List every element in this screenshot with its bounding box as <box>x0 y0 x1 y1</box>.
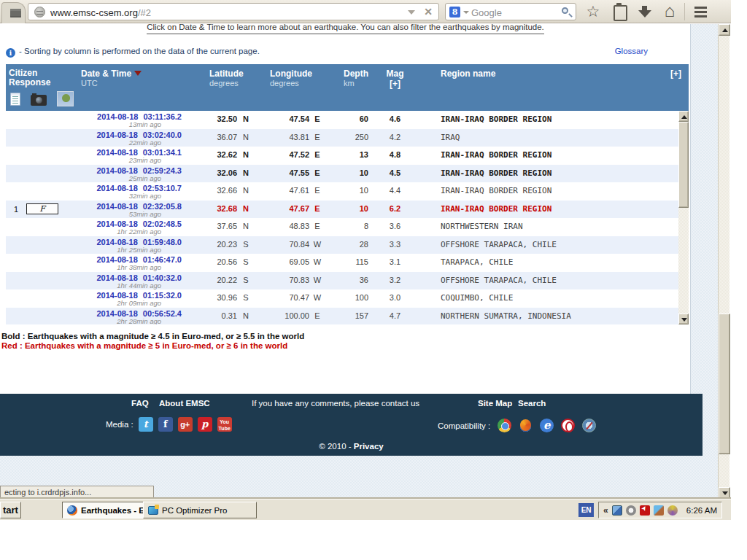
earthquake-row: 2014-08-1800:56:52.4 2hr 28min ago 0.31N… <box>6 308 678 325</box>
url-text[interactable]: www.emsc-csem.org/#2 <box>50 7 151 18</box>
ie-icon[interactable]: e <box>540 419 554 432</box>
cell-longitude: 70.84W <box>261 236 330 254</box>
footer-sitemap-link[interactable]: Site Map <box>478 399 512 408</box>
date-link[interactable]: 2014-08-1802:59:24.3 <box>75 165 182 175</box>
date-link[interactable]: 2014-08-1801:59:48.0 <box>75 236 182 246</box>
facebook-icon[interactable]: f <box>158 417 173 432</box>
felt-button[interactable]: F <box>26 203 58 214</box>
cell-region: NORTHERN SUMATRA, INDONESIA <box>416 308 678 325</box>
downloads-icon[interactable] <box>633 1 655 22</box>
start-button[interactable]: tart <box>0 502 21 518</box>
lat-hemisphere: S <box>237 293 255 308</box>
bookmarks-menu-icon[interactable] <box>608 1 630 22</box>
cell-region: IRAQ <box>416 129 678 147</box>
scroll-up-icon[interactable] <box>678 111 689 122</box>
mag-filter-link[interactable]: [+] <box>374 79 416 89</box>
site-identity-globe-icon[interactable] <box>34 7 45 18</box>
cell-latitude: 0.31N <box>185 308 261 325</box>
language-indicator[interactable]: EN <box>578 503 594 517</box>
search-icon[interactable] <box>562 7 568 14</box>
url-suffix: /#2 <box>138 7 151 18</box>
stop-icon[interactable]: ✕ <box>424 6 433 18</box>
media-tray-icon[interactable] <box>654 505 664 516</box>
photos-icon[interactable] <box>31 95 47 106</box>
taskbar-clock[interactable]: 6:26 AM <box>686 506 717 515</box>
menu-hamburger-icon[interactable] <box>689 1 711 22</box>
table-scrollbar-thumb[interactable] <box>678 122 689 208</box>
header-expand-link[interactable]: [+] <box>655 64 689 111</box>
opera-icon[interactable] <box>561 419 575 432</box>
safari-icon[interactable] <box>582 419 596 432</box>
date-link[interactable]: 2014-08-1802:02:48.5 <box>75 218 182 228</box>
taskbar-pcoptimizer-button[interactable]: PC Optimizer Pro <box>143 502 257 518</box>
date-link[interactable]: 2014-08-1803:11:36.2 <box>75 111 182 121</box>
header-latitude[interactable]: Latitude degrees <box>185 64 261 111</box>
lat-value: 32.66 <box>185 186 237 201</box>
cell-citizen <box>6 308 75 325</box>
header-magnitude[interactable]: Mag [+] <box>374 64 416 111</box>
shield-tray-icon[interactable] <box>626 505 636 516</box>
header-longitude[interactable]: Longitude degrees <box>261 64 330 111</box>
cell-region: IRAN-IRAQ BORDER REGION <box>416 111 678 129</box>
twitter-icon[interactable]: t <box>139 417 153 432</box>
date-link[interactable]: 2014-08-1802:53:10.7 <box>75 182 182 192</box>
privacy-link[interactable]: Privacy <box>354 442 384 451</box>
page-content: Click on Date & Time to learn more about… <box>0 24 691 394</box>
firefox-icon[interactable] <box>519 419 533 432</box>
url-bar[interactable]: www.emsc-csem.org/#2 ✕ <box>28 3 439 20</box>
date-link[interactable]: 2014-08-1803:01:34.1 <box>75 147 182 157</box>
browser-scroll-down-icon[interactable] <box>719 487 730 499</box>
glossary-link[interactable]: Glossary <box>615 47 648 55</box>
testimonies-icon[interactable] <box>10 93 20 106</box>
home-icon[interactable] <box>659 1 681 22</box>
date-link[interactable]: 2014-08-1801:40:32.0 <box>75 272 182 282</box>
date-link[interactable]: 2014-08-1802:32:05.8 <box>75 201 182 211</box>
footer-contact-text[interactable]: If you have any comments, please contact… <box>252 399 419 408</box>
status-bar-text: ecting to i.crdrdpjs.info... <box>0 486 154 499</box>
search-engine-dropdown-icon[interactable] <box>463 11 469 14</box>
cell-magnitude: 3.6 <box>374 218 416 236</box>
googleplus-icon[interactable]: g+ <box>178 417 193 432</box>
cell-longitude: 47.61E <box>261 182 330 201</box>
lat-hemisphere: N <box>237 133 255 147</box>
time-ago: 1hr 22min ago <box>75 228 182 236</box>
header-depth[interactable]: Depth km <box>330 64 374 111</box>
browser-toolbar: www.emsc-csem.org/#2 ✕ 8 Google <box>0 0 731 23</box>
cell-longitude: 47.55E <box>261 165 330 183</box>
swirl-tray-icon[interactable] <box>667 505 678 516</box>
table-scrollbar[interactable] <box>678 111 689 324</box>
tray-chevron-icon[interactable]: « <box>603 505 608 516</box>
header-region-name[interactable]: Region name <box>416 64 655 111</box>
search-input[interactable]: 8 Google <box>445 3 576 20</box>
lat-hemisphere: N <box>237 114 255 129</box>
bookmark-star-icon[interactable] <box>582 1 604 22</box>
network-tray-icon[interactable] <box>612 505 622 516</box>
footer-faq-link[interactable]: FAQ <box>131 399 149 408</box>
pointer-tray-icon[interactable] <box>640 505 650 516</box>
cell-magnitude: 4.5 <box>374 165 416 183</box>
youtube-icon[interactable]: YouTube <box>217 417 232 432</box>
cell-date: 2014-08-1803:01:34.1 23min ago <box>75 147 185 165</box>
browser-scrollbar-thumb[interactable] <box>719 314 730 454</box>
chrome-icon[interactable] <box>498 419 511 432</box>
cell-latitude: 32.68N <box>185 201 261 219</box>
google-favicon[interactable]: 8 <box>449 7 460 18</box>
lon-value: 70.83 <box>261 276 309 290</box>
lat-value: 32.68 <box>185 204 237 219</box>
date-link[interactable]: 2014-08-1801:15:32.0 <box>75 289 182 300</box>
date-link[interactable]: 2014-08-1803:02:40.0 <box>75 129 182 139</box>
date-link[interactable]: 2014-08-1801:46:47.0 <box>75 254 182 264</box>
browser-scrollbar[interactable] <box>718 24 729 499</box>
footer-search-link[interactable]: Search <box>518 399 546 408</box>
url-dropdown-icon[interactable] <box>408 10 415 15</box>
date-link[interactable]: 2014-08-1800:56:52.4 <box>75 308 182 318</box>
cell-longitude: 69.05W <box>261 254 330 272</box>
map-icon[interactable] <box>57 91 74 106</box>
pinterest-icon[interactable]: p <box>198 417 212 432</box>
cell-magnitude: 3.0 <box>374 289 416 308</box>
footer-about-link[interactable]: About EMSC <box>159 399 210 408</box>
header-date-time[interactable]: Date & Time UTC <box>75 64 185 111</box>
browser-tab-partial[interactable] <box>1 2 26 23</box>
browser-scroll-up-icon[interactable] <box>719 24 730 36</box>
scroll-down-icon[interactable] <box>678 314 689 324</box>
